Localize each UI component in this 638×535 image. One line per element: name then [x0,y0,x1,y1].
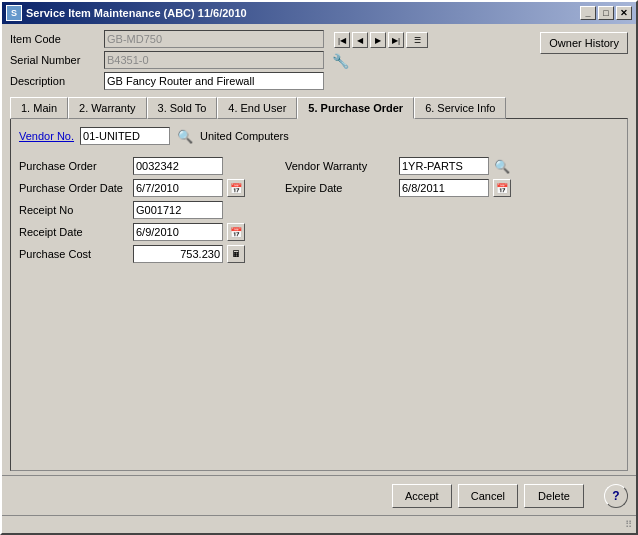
item-code-input[interactable] [104,30,324,48]
nav-last-button[interactable]: ▶| [388,32,404,48]
nav-next-button[interactable]: ▶ [370,32,386,48]
receipt-date-calendar-icon[interactable]: 📅 [227,223,245,241]
receipt-no-row: Receipt No [19,201,245,219]
status-bar: ⠿ [2,515,636,533]
purchase-order-input[interactable] [133,157,223,175]
purchase-order-date-row: Purchase Order Date 📅 [19,179,245,197]
purchase-cost-input[interactable] [133,245,223,263]
tab-main[interactable]: 1. Main [10,97,68,119]
vendor-name-text: United Computers [200,130,289,142]
tab-soldto[interactable]: 3. Sold To [147,97,218,119]
nav-prev-button[interactable]: ◀ [352,32,368,48]
cancel-button[interactable]: Cancel [458,484,518,508]
purchase-cost-row: Purchase Cost 🖩 [19,245,245,263]
form-columns: Purchase Order Purchase Order Date 📅 Rec… [19,157,619,263]
description-row: Description [10,72,540,90]
serial-number-input[interactable] [104,51,324,69]
description-input[interactable] [104,72,324,90]
app-icon: S [6,5,22,21]
vendor-search-icon[interactable]: 🔍 [176,127,194,145]
main-panel: Vendor No. 🔍 United Computers Purchase O… [10,118,628,471]
receipt-date-row: Receipt Date 📅 [19,223,245,241]
vendor-warranty-label: Vendor Warranty [285,160,395,172]
top-section: Item Code |◀ ◀ ▶ ▶| ☰ Serial Number 🔧 [10,30,628,90]
accept-button[interactable]: Accept [392,484,452,508]
expire-date-input[interactable] [399,179,489,197]
purchase-order-date-label: Purchase Order Date [19,182,129,194]
right-form-col: Vendor Warranty 🔍 Expire Date 📅 [285,157,511,263]
tab-purchaseorder[interactable]: 5. Purchase Order [297,97,414,119]
nav-list-button[interactable]: ☰ [406,32,428,48]
expire-date-row: Expire Date 📅 [285,179,511,197]
help-button[interactable]: ? [604,484,628,508]
tab-warranty[interactable]: 2. Warranty [68,97,146,119]
purchase-order-date-calendar-icon[interactable]: 📅 [227,179,245,197]
owner-history-area: Owner History [540,30,628,54]
window-title: Service Item Maintenance (ABC) 11/6/2010 [26,7,580,19]
vendor-no-input[interactable] [80,127,170,145]
item-code-label: Item Code [10,33,100,45]
delete-button[interactable]: Delete [524,484,584,508]
calculator-icon[interactable]: 🖩 [227,245,245,263]
item-code-row: Item Code |◀ ◀ ▶ ▶| ☰ [10,30,540,48]
receipt-date-label: Receipt Date [19,226,129,238]
expire-date-calendar-icon[interactable]: 📅 [493,179,511,197]
expire-date-label: Expire Date [285,182,395,194]
maximize-button[interactable]: □ [598,6,614,20]
resize-grip: ⠿ [625,519,632,530]
content-area: Item Code |◀ ◀ ▶ ▶| ☰ Serial Number 🔧 [2,24,636,475]
receipt-no-label: Receipt No [19,204,129,216]
tab-serviceinfo[interactable]: 6. Service Info [414,97,506,119]
left-form-col: Purchase Order Purchase Order Date 📅 Rec… [19,157,245,263]
window-controls: _ □ ✕ [580,6,632,20]
bottom-bar: Accept Cancel Delete ? [2,475,636,515]
serial-number-row: Serial Number 🔧 [10,51,540,69]
tab-enduser[interactable]: 4. End User [217,97,297,119]
vendor-warranty-row: Vendor Warranty 🔍 [285,157,511,175]
nav-controls: |◀ ◀ ▶ ▶| ☰ [334,32,428,48]
title-bar: S Service Item Maintenance (ABC) 11/6/20… [2,2,636,24]
vendor-no-link[interactable]: Vendor No. [19,130,74,142]
receipt-no-input[interactable] [133,201,223,219]
vendor-row: Vendor No. 🔍 United Computers [19,127,619,145]
description-label: Description [10,75,100,87]
vendor-warranty-search-icon[interactable]: 🔍 [493,157,511,175]
wrench-icon: 🔧 [332,53,349,69]
purchase-order-row: Purchase Order [19,157,245,175]
minimize-button[interactable]: _ [580,6,596,20]
purchase-order-label: Purchase Order [19,160,129,172]
main-window: S Service Item Maintenance (ABC) 11/6/20… [0,0,638,535]
nav-first-button[interactable]: |◀ [334,32,350,48]
header-fields: Item Code |◀ ◀ ▶ ▶| ☰ Serial Number 🔧 [10,30,540,90]
purchase-order-date-input[interactable] [133,179,223,197]
receipt-date-input[interactable] [133,223,223,241]
serial-number-label: Serial Number [10,54,100,66]
owner-history-button[interactable]: Owner History [540,32,628,54]
tabs-container: 1. Main 2. Warranty 3. Sold To 4. End Us… [10,96,628,118]
vendor-warranty-input[interactable] [399,157,489,175]
close-button[interactable]: ✕ [616,6,632,20]
purchase-cost-label: Purchase Cost [19,248,129,260]
